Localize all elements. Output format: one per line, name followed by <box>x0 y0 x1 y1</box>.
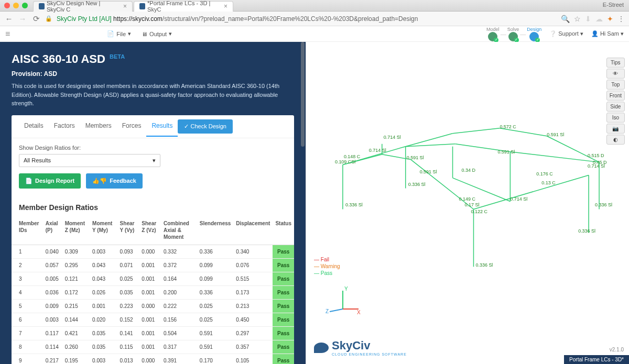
scrollbar[interactable] <box>301 42 305 147</box>
svg-text:0.122 C: 0.122 C <box>471 209 487 214</box>
provision-label: Provision: ASD <box>12 70 294 78</box>
ratios-filter-select[interactable]: All Results▾ <box>19 154 160 167</box>
svg-line-12 <box>547 136 599 162</box>
ratios-table: Member IDsAxial (P)Moment Z (Mz)Moment Y… <box>12 216 294 365</box>
svg-text:0.148 C: 0.148 C <box>344 154 361 159</box>
output-menu[interactable]: 🖥 Output ▾ <box>142 30 172 37</box>
viewport-tool[interactable]: Iso <box>606 113 625 123</box>
code-description: This code is used for designing steel me… <box>12 82 294 108</box>
table-row[interactable]: 90.2170.1950.0030.0130.0000.3910.1700.10… <box>12 354 294 364</box>
status-badge: Pass <box>273 285 294 299</box>
viewport-tool[interactable]: Front <box>606 91 625 101</box>
support-menu[interactable]: ❔ Support ▾ <box>549 30 583 37</box>
file-menu[interactable]: 📄 File ▾ <box>107 30 131 37</box>
svg-text:0.336 Sl: 0.336 Sl <box>595 202 612 207</box>
svg-text:0.591 Sl: 0.591 Sl <box>547 132 564 137</box>
svg-text:0.13 C: 0.13 C <box>541 180 556 185</box>
svg-text:0.336 Sl: 0.336 Sl <box>408 182 426 187</box>
browser-toolbar: ← → ⟳ 🔒 SkyCiv Pty Ltd [AU] https://skyc… <box>0 12 629 26</box>
app-menubar: ≡ 📄 File ▾ 🖥 Output ▾ Model — Solve — De… <box>0 26 629 42</box>
viewport-tools: Tips👁TopFrontSideIso📷◐ <box>606 58 625 145</box>
viewport-tool[interactable]: Side <box>606 102 625 112</box>
bookmark-icon[interactable]: ☆ <box>574 15 581 23</box>
design-report-button[interactable]: 📄 Design Report <box>19 173 81 189</box>
search-icon[interactable]: 🔍 <box>561 15 570 23</box>
version-label: v2.1.0 <box>610 347 624 352</box>
status-badge: Pass <box>273 313 294 326</box>
viewport-tool[interactable]: Tips <box>606 58 625 68</box>
table-row[interactable]: 30.0050.1210.0430.0250.0010.1640.0990.51… <box>12 272 294 285</box>
maximize-window-icon[interactable] <box>22 3 28 8</box>
svg-text:0.714 Sl: 0.714 Sl <box>384 135 401 140</box>
browser-tab-1[interactable]: SkyCiv Design New | SkyCiv C× <box>33 1 133 12</box>
svg-text:0.572 C: 0.572 C <box>500 124 516 129</box>
svg-text:0.34 D: 0.34 D <box>462 168 476 173</box>
svg-line-49 <box>330 309 343 312</box>
table-title: Member Design Ratios <box>12 195 294 216</box>
3d-viewport[interactable]: 0.591 Sl0.572 C0.591 Sl0.34 D0.591 Sl0.7… <box>306 42 629 364</box>
favicon-icon <box>139 3 145 9</box>
skyciv-logo: SkyCivCLOUD ENGINEERING SOFTWARE <box>314 339 407 356</box>
browser-tab-2[interactable]: *Portal Frame LCs - 3D | SkyC× <box>134 1 233 12</box>
svg-text:0.591 Sl: 0.591 Sl <box>420 169 437 174</box>
minimize-window-icon[interactable] <box>13 3 19 8</box>
extension-icon[interactable]: ✦ <box>607 15 613 23</box>
svg-text:X: X <box>357 310 361 315</box>
address-bar[interactable]: SkyCiv Pty Ltd [AU] https://skyciv.com/s… <box>57 15 557 23</box>
viewport-tool[interactable]: 📷 <box>606 124 625 134</box>
ratios-filter-label: Show Design Ratios for: <box>19 145 287 151</box>
feedback-button[interactable]: 👍👎 Feedback <box>86 173 143 189</box>
svg-text:0.149 C: 0.149 C <box>459 196 476 202</box>
svg-text:0.714 Sl: 0.714 Sl <box>510 196 527 202</box>
table-row[interactable]: 60.0030.1440.0200.1520.0010.1560.0250.45… <box>12 313 294 326</box>
hamburger-icon[interactable]: ≡ <box>5 29 10 39</box>
table-row[interactable]: 80.1140.2600.0350.1150.0010.3170.5910.35… <box>12 340 294 354</box>
svg-line-19 <box>510 152 599 162</box>
chevron-down-icon: ▾ <box>153 157 156 164</box>
svg-text:0.714 Sl: 0.714 Sl <box>369 148 386 153</box>
svg-text:0.45 D: 0.45 D <box>593 160 607 165</box>
svg-text:Y: Y <box>344 286 348 292</box>
table-row[interactable]: 20.0570.2950.0430.0710.0010.3720.0990.07… <box>12 258 294 272</box>
menu-icon[interactable]: ⋮ <box>617 15 625 23</box>
tab-results[interactable]: Results <box>146 116 178 137</box>
lock-icon: 🔒 <box>45 15 52 22</box>
svg-text:0.591 Sl: 0.591 Sl <box>407 155 424 160</box>
svg-text:0.336 Sl: 0.336 Sl <box>345 202 363 207</box>
close-icon[interactable]: × <box>224 3 227 10</box>
svg-text:0.515 D: 0.515 D <box>588 153 604 158</box>
tab-details[interactable]: Details <box>19 116 49 137</box>
workflow-steps[interactable]: Model — Solve — Design <box>486 27 541 41</box>
user-menu[interactable]: 👤 Hi Sam ▾ <box>591 30 624 37</box>
svg-text:0.336 Sl: 0.336 Sl <box>475 262 493 268</box>
svg-text:0.591 Sl: 0.591 Sl <box>497 149 515 155</box>
status-badge: Pass <box>273 326 294 340</box>
status-badge: Pass <box>273 340 294 354</box>
forward-button[interactable]: → <box>18 14 27 24</box>
status-badge: Pass <box>273 245 294 258</box>
tab-factors[interactable]: Factors <box>49 116 80 137</box>
viewport-tool[interactable]: ◐ <box>606 135 625 145</box>
table-row[interactable]: 10.0400.3090.0030.0930.0000.3320.3360.34… <box>12 245 294 258</box>
cloud-icon[interactable]: ☁ <box>595 15 603 23</box>
code-title: AISC 360-10 ASD BETA <box>12 52 294 66</box>
tab-forces[interactable]: Forces <box>117 116 147 137</box>
close-icon[interactable]: × <box>123 3 127 10</box>
viewport-tool[interactable]: 👁 <box>606 69 625 79</box>
table-row[interactable]: 50.0090.2150.0010.2230.0000.2220.0250.21… <box>12 299 294 313</box>
table-row[interactable]: 40.0360.1720.0260.0350.0010.2000.3360.17… <box>12 285 294 299</box>
model-step-icon[interactable] <box>488 32 497 41</box>
svg-text:0.176 C: 0.176 C <box>536 171 553 177</box>
close-window-icon[interactable] <box>4 3 10 8</box>
reload-button[interactable]: ⟳ <box>31 14 41 24</box>
design-step-icon[interactable] <box>529 32 539 41</box>
window-controls[interactable] <box>4 3 28 8</box>
svg-line-16 <box>473 175 589 209</box>
back-button[interactable]: ← <box>4 14 14 24</box>
tab-members[interactable]: Members <box>80 116 117 137</box>
check-design-button[interactable]: ✓ Check Design <box>178 119 233 134</box>
download-icon[interactable]: ⬇ <box>585 15 591 23</box>
table-row[interactable]: 70.1170.4210.0350.1410.0010.5040.5910.29… <box>12 326 294 340</box>
viewport-tool[interactable]: Top <box>606 80 625 90</box>
solve-step-icon[interactable] <box>508 32 518 41</box>
